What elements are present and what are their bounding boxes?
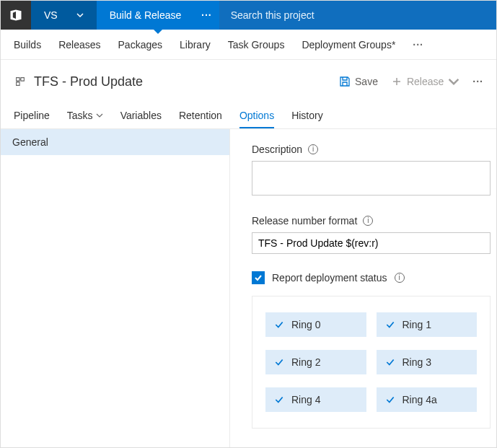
subnav-overflow-icon[interactable]: ··· [413, 39, 423, 50]
chevron-down-icon [76, 9, 84, 21]
subnav-task-groups[interactable]: Task Groups [228, 39, 285, 50]
ring-chip[interactable]: Ring 4a [377, 387, 478, 412]
report-status-label: Report deployment status [272, 272, 387, 284]
search-area[interactable] [219, 1, 496, 30]
search-input[interactable] [231, 9, 485, 21]
tab-variables[interactable]: Variables [120, 110, 162, 128]
subnav-builds[interactable]: Builds [14, 39, 41, 50]
hub-subnav: Builds Releases Packages Library Task Gr… [1, 30, 496, 60]
subnav-packages[interactable]: Packages [118, 39, 162, 50]
description-input[interactable] [252, 161, 491, 196]
hub-ellipsis-icon[interactable]: ··· [201, 9, 212, 21]
ring-chip[interactable]: Ring 3 [377, 350, 478, 374]
tab-tasks[interactable]: Tasks [67, 110, 103, 128]
release-definition-icon [14, 75, 27, 88]
save-icon [339, 76, 351, 87]
breadcrumb-hub[interactable]: Build & Release ··· [97, 1, 219, 30]
breadcrumb-hub-label: Build & Release [110, 9, 182, 21]
ring-chip[interactable]: Ring 4 [265, 387, 366, 412]
checkmark-icon [385, 395, 395, 405]
subnav-deployment-groups[interactable]: Deployment Groups* [302, 39, 395, 50]
info-icon[interactable]: i [363, 216, 373, 226]
ring-chip[interactable]: Ring 1 [377, 312, 478, 337]
breadcrumb-project-label: VS [44, 9, 58, 21]
tab-retention[interactable]: Retention [179, 110, 222, 128]
release-format-input[interactable] [252, 232, 491, 254]
tab-pipeline[interactable]: Pipeline [14, 110, 50, 128]
checkmark-icon [385, 320, 395, 330]
ring-chip[interactable]: Ring 0 [265, 312, 366, 337]
subnav-library[interactable]: Library [180, 39, 211, 50]
report-status-checkbox[interactable] [252, 271, 265, 284]
description-label: Description [252, 144, 302, 155]
plus-icon [391, 76, 403, 87]
more-actions-icon[interactable]: ··· [472, 76, 483, 87]
tab-options[interactable]: Options [239, 110, 274, 128]
info-icon[interactable]: i [308, 144, 318, 154]
subnav-releases[interactable]: Releases [58, 39, 100, 50]
checkmark-icon [274, 395, 284, 405]
product-logo[interactable] [1, 1, 31, 30]
save-button[interactable]: Save [339, 76, 378, 87]
info-icon[interactable]: i [395, 273, 405, 283]
release-button[interactable]: Release [391, 76, 459, 87]
chevron-down-icon [448, 76, 459, 87]
rings-container: Ring 0 Ring 1 Ring 2 Ring 3 Ring 4 Ring … [252, 296, 491, 429]
checkmark-icon [274, 357, 284, 367]
breadcrumb-project[interactable]: VS [31, 1, 97, 30]
tab-history[interactable]: History [291, 110, 323, 128]
checkmark-icon [385, 357, 395, 367]
chevron-down-icon [96, 112, 103, 119]
sidebar-item-general[interactable]: General [1, 129, 229, 155]
checkmark-icon [254, 273, 263, 282]
ring-chip[interactable]: Ring 2 [265, 350, 366, 374]
checkmark-icon [274, 320, 284, 330]
release-format-label: Release number format [252, 215, 357, 227]
page-title: TFS - Prod Update [34, 74, 332, 89]
